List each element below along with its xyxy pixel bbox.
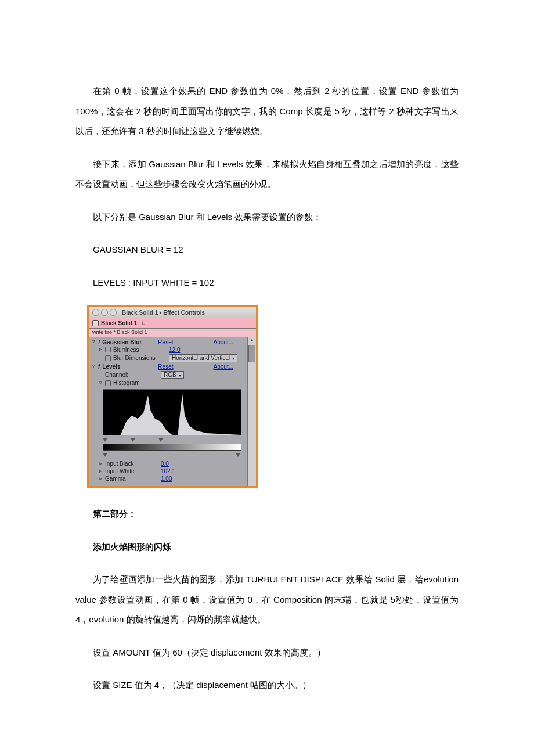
param-label: Gamma (105, 476, 158, 482)
channel-dropdown[interactable]: RGB (161, 371, 184, 379)
histogram-svg (103, 390, 241, 435)
param-input-black: ▹ Input Black 0.0 (89, 460, 247, 467)
param-value[interactable]: 0.0 (161, 460, 169, 467)
effect-tree: ▿ f Gaussian Blur Reset About... ▹ Blurr… (89, 337, 247, 487)
scroll-thumb[interactable] (248, 345, 255, 362)
param-label: Blur Dimensions (113, 355, 167, 361)
section-heading-part2: 第二部分： (75, 504, 459, 524)
param-histogram: ▿ Histogram (89, 379, 247, 387)
param-blurriness: ▹ Blurriness 12.0 (89, 346, 247, 354)
handle-input-white[interactable] (158, 438, 163, 442)
twirl-right-icon[interactable]: ▹ (98, 476, 103, 482)
param-label: Input White (105, 468, 158, 474)
window-title: Black Solid 1 • Effect Controls (122, 309, 205, 316)
paragraph: 为了给壁画添加一些火苗的图形，添加 TURBULENT DISPLACE 效果给… (75, 570, 459, 630)
handle-output-white[interactable] (236, 453, 240, 457)
fx-icon[interactable]: f (98, 363, 100, 370)
effect-row-levels[interactable]: ▿ f Levels Reset About... (89, 363, 247, 370)
tab-label: Black Solid 1 (101, 320, 137, 326)
param-label: Channel: (105, 372, 158, 378)
param-gamma: ▹ Gamma 1.00 (89, 475, 247, 483)
param-input-white: ▹ Input White 102.1 (89, 467, 247, 475)
fx-icon[interactable]: f (98, 339, 100, 345)
handle-input-black[interactable] (103, 438, 107, 442)
tab-close-icon[interactable]: ⌑ (140, 320, 147, 326)
param-label: Histogram (113, 380, 167, 386)
reset-link[interactable]: Reset (158, 363, 173, 370)
window-titlebar: Black Solid 1 • Effect Controls (89, 307, 256, 318)
traffic-light-close[interactable] (92, 309, 99, 316)
about-link[interactable]: About... (214, 363, 245, 370)
setting-line-gaussian: GAUSSIAN BLUR = 12 (75, 240, 459, 260)
input-handles[interactable] (103, 438, 241, 442)
twirl-down-icon[interactable]: ▿ (91, 363, 96, 369)
twirl-down-icon[interactable]: ▿ (91, 339, 96, 345)
twirl-right-icon[interactable]: ▹ (98, 461, 103, 467)
param-value[interactable]: 102.1 (161, 468, 175, 474)
param-value[interactable]: 12.0 (169, 347, 180, 353)
section-heading-flicker: 添加火焰图形的闪烁 (75, 537, 459, 557)
setting-line-levels: LEVELS : INPUT WHITE = 102 (75, 273, 459, 293)
layer-path: write fire * Black Solid 1 (89, 329, 256, 337)
ae-effect-controls-panel: Black Solid 1 • Effect Controls Black So… (87, 305, 258, 488)
param-value[interactable]: 1.00 (161, 476, 172, 482)
effect-name: Levels (102, 363, 156, 370)
scroll-up-icon[interactable]: ▲ (250, 337, 254, 344)
effect-name: Gaussian Blur (102, 339, 156, 345)
traffic-light-max[interactable] (110, 309, 117, 316)
histogram-display (103, 389, 241, 435)
about-link[interactable]: About... (214, 339, 245, 345)
twirl-down-icon[interactable]: ▿ (98, 380, 103, 386)
paragraph: 以下分别是 Gaussian Blur 和 Levels 效果需要设置的参数： (75, 207, 459, 228)
stopwatch-icon[interactable] (105, 355, 111, 361)
twirl-right-icon[interactable]: ▹ (98, 347, 103, 352)
panel-body: ▿ f Gaussian Blur Reset About... ▹ Blurr… (89, 337, 256, 487)
handle-gamma[interactable] (131, 438, 135, 442)
param-label: Blurriness (113, 347, 167, 353)
setting-line-amount: 设置 AMOUNT 值为 60（决定 displacement 效果的高度。） (75, 643, 459, 663)
handle-output-black[interactable] (103, 453, 107, 457)
document-page: 在第 0 帧，设置这个效果的 END 参数值为 0%，然后到 2 秒的位置，设置… (0, 0, 534, 756)
panel-tab[interactable]: Black Solid 1 ⌑ (89, 318, 256, 329)
setting-line-size: 设置 SIZE 值为 4，（决定 displacement 帖图的大小。） (75, 675, 459, 696)
param-label: Input Black (105, 460, 158, 467)
reset-link[interactable]: Reset (158, 339, 173, 345)
stopwatch-icon[interactable] (105, 347, 111, 352)
output-gradient (103, 444, 241, 451)
paragraph: 接下来，添加 Gaussian Blur 和 Levels 效果，来模拟火焰自身… (75, 154, 459, 195)
param-channel: Channel: RGB (89, 370, 247, 380)
output-handles[interactable] (103, 453, 241, 458)
effect-row-gaussian-blur[interactable]: ▿ f Gaussian Blur Reset About... (89, 339, 247, 346)
paragraph: 在第 0 帧，设置这个效果的 END 参数值为 0%，然后到 2 秒的位置，设置… (75, 81, 459, 142)
param-blur-dimensions: Blur Dimensions Horizontal and Vertical (89, 354, 247, 363)
stopwatch-icon[interactable] (105, 380, 111, 386)
twirl-right-icon[interactable]: ▹ (98, 469, 103, 474)
layer-badge-icon (92, 320, 99, 326)
traffic-light-min[interactable] (101, 309, 108, 316)
scrollbar[interactable]: ▲ (247, 337, 256, 487)
blur-dimensions-dropdown[interactable]: Horizontal and Vertical (169, 354, 237, 362)
